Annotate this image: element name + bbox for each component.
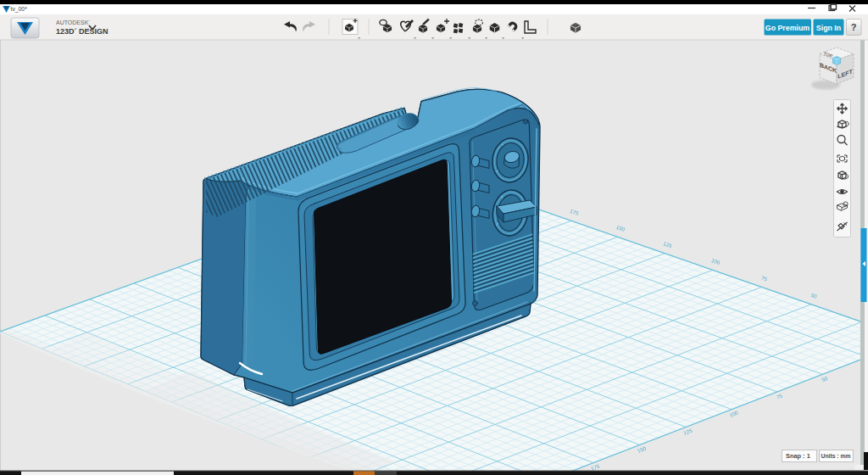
svg-text:AUTODESK´: AUTODESK´ [56,20,91,25]
svg-text:?: ? [851,22,857,32]
svg-text:tv_00*: tv_00* [11,6,28,13]
svg-text:123D´ DESIGN: 123D´ DESIGN [56,27,108,36]
svg-text:Go Premium: Go Premium [765,24,810,32]
svg-text:Snap : 1: Snap : 1 [786,452,810,460]
svg-text:Sign In: Sign In [816,24,841,32]
svg-text:Units : mm: Units : mm [821,452,851,460]
